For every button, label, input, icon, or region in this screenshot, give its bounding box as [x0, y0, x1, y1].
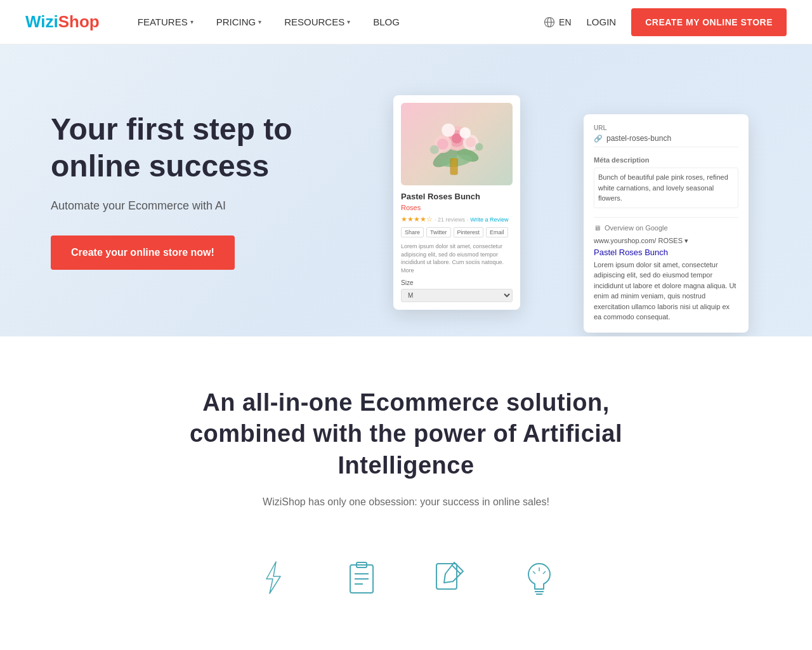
product-card: Pastel Roses Bunch Roses ★★★★☆ · 21 revi…: [393, 95, 520, 310]
clipboard-icon: [343, 559, 381, 597]
nav-links: FEATURES ▾ PRICING ▾ RESOURCES ▾ BLOG: [138, 17, 544, 27]
seo-panel: URL 🔗 pastel-roses-bunch Méta descriptio…: [584, 114, 749, 333]
svg-rect-7: [451, 158, 457, 175]
share-btn-email[interactable]: Email: [486, 227, 508, 237]
chevron-down-icon: ▾: [190, 18, 193, 25]
nav-blog[interactable]: BLOG: [373, 17, 400, 27]
product-description: Lorem ipsum dolor sit amet, consectetur …: [401, 242, 513, 274]
svg-point-16: [459, 128, 471, 139]
share-btn-share[interactable]: Share: [401, 227, 424, 237]
product-image-svg: [401, 103, 513, 185]
share-btn-twitter[interactable]: Twitter: [426, 227, 451, 237]
hero-subtitle: Automate your Ecommerce with AI: [51, 199, 368, 213]
nav-resources[interactable]: RESOURCES ▾: [284, 17, 350, 27]
bulb-icon: [520, 559, 558, 597]
lightning-icon: [254, 559, 292, 597]
seo-url-value: pastel-roses-bunch: [606, 134, 671, 143]
nav-features[interactable]: FEATURES ▾: [138, 17, 193, 27]
lang-label: EN: [559, 17, 571, 27]
hero-visual: Pastel Roses Bunch Roses ★★★★☆ · 21 revi…: [368, 83, 761, 298]
logo-wizi: Wizi: [25, 12, 58, 31]
features-icons: [25, 546, 787, 597]
link-icon: 🔗: [594, 135, 603, 143]
seo-url-label: URL: [594, 124, 738, 131]
svg-point-17: [430, 145, 439, 154]
nav-right: EN LOGIN CREATE MY ONLINE STORE: [544, 8, 787, 36]
svg-point-12: [437, 138, 449, 150]
seo-meta-label: Méta description: [594, 156, 738, 164]
chevron-down-icon: ▾: [258, 18, 261, 25]
feature-organized: [343, 559, 381, 597]
section2: An all-in-one Ecommerce solution, combin…: [0, 336, 812, 635]
svg-point-14: [466, 137, 476, 147]
seo-meta-value: Bunch of beautiful pale pink roses, refi…: [594, 168, 738, 208]
svg-point-15: [442, 123, 455, 136]
product-reviews-count[interactable]: 21 reviews: [438, 216, 465, 223]
hero-title: Your first step to online success: [51, 111, 368, 184]
svg-line-29: [533, 571, 535, 574]
seo-google-url: www.yourshop.com/ ROSES ▾: [594, 237, 738, 245]
share-btn-pinterest[interactable]: Pinterest: [454, 227, 484, 237]
nav-pricing[interactable]: PRICING ▾: [216, 17, 262, 27]
seo-google-label: 🖥 Overview on Google: [594, 224, 738, 232]
hero-section: Your first step to online success Automa…: [0, 44, 812, 336]
navbar: WiziShop FEATURES ▾ PRICING ▾ RESOURCES …: [0, 0, 812, 44]
product-size-label: Size: [401, 279, 513, 286]
chevron-down-icon: ▾: [347, 18, 350, 25]
section2-subtitle: WiziShop has only one obsession: your su…: [25, 496, 787, 508]
login-link[interactable]: LOGIN: [587, 17, 617, 27]
logo-shop: Shop: [58, 12, 100, 31]
product-name: Pastel Roses Bunch: [401, 192, 513, 201]
edit-icon: [431, 559, 469, 597]
seo-url-row: 🔗 pastel-roses-bunch: [594, 134, 738, 147]
product-stars: ★★★★☆ · 21 reviews · Write a Review: [401, 215, 513, 223]
seo-google-title: Pastel Roses Bunch: [594, 248, 738, 257]
feature-smart: [520, 559, 558, 597]
seo-divider: [594, 217, 738, 218]
feature-content: [431, 559, 469, 597]
seo-google-desc: Lorem ipsum dolor sit amet, consectetur …: [594, 260, 738, 322]
logo[interactable]: WiziShop: [25, 12, 100, 32]
svg-line-30: [543, 571, 546, 574]
product-size-select[interactable]: M S L XL: [401, 289, 513, 302]
product-image: [401, 103, 513, 185]
product-share: Share Twitter Pinterest Email: [401, 227, 513, 237]
write-review-link[interactable]: Write a Review: [470, 216, 508, 223]
globe-icon: [544, 17, 555, 28]
hero-cta-button[interactable]: Create your online store now!: [51, 235, 235, 270]
create-store-button[interactable]: CREATE MY ONLINE STORE: [631, 8, 787, 36]
seo-meta-field: Méta description Bunch of beautiful pale…: [594, 156, 738, 208]
monitor-icon: 🖥: [594, 224, 601, 232]
product-link[interactable]: Roses: [401, 204, 513, 211]
language-selector[interactable]: EN: [544, 17, 571, 28]
section2-title: An all-in-one Ecommerce solution, combin…: [152, 387, 660, 481]
hero-content: Your first step to online success Automa…: [51, 111, 368, 270]
svg-point-18: [475, 143, 483, 150]
feature-fast: [254, 559, 292, 597]
seo-url-field: URL 🔗 pastel-roses-bunch: [594, 124, 738, 147]
